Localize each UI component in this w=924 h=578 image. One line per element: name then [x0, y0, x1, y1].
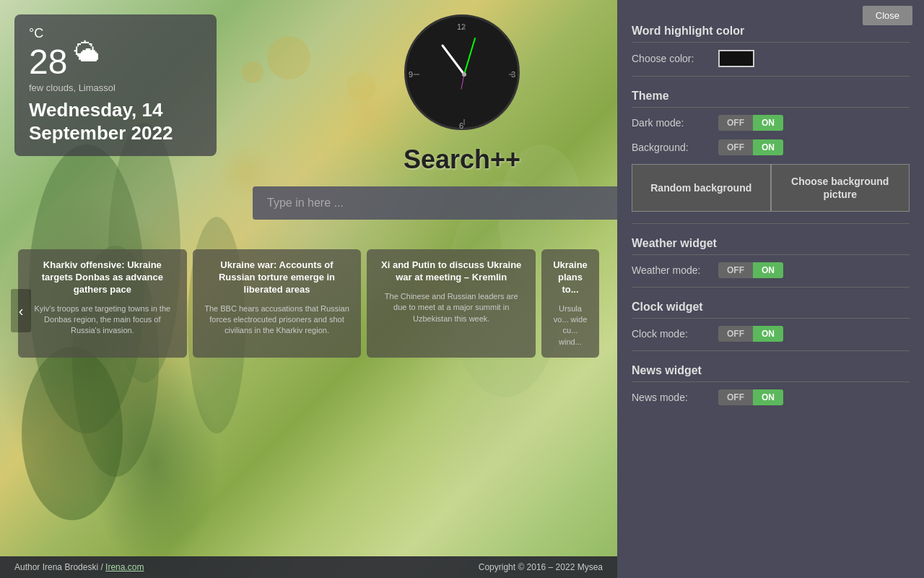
footer-author-link[interactable]: Irena.com [105, 562, 144, 572]
svg-line-22 [461, 74, 464, 89]
news-card-1-body: Kyiv's troops are targeting towns in the… [28, 303, 177, 337]
clock-on[interactable]: ON [753, 326, 783, 342]
color-swatch[interactable] [718, 50, 754, 67]
weather-description: few clouds, Limassol [29, 82, 202, 93]
dark-mode-toggle: OFF ON [718, 115, 783, 131]
weather-on[interactable]: ON [753, 262, 783, 278]
news-card-1: Kharkiv offensive: Ukraine targets Donba… [18, 249, 187, 358]
news-card-1-title: Kharkiv offensive: Ukraine targets Donba… [28, 259, 177, 296]
word-highlight-title: Word highlight color [632, 25, 910, 43]
svg-line-20 [443, 46, 464, 74]
random-background-button[interactable]: Random background [632, 164, 771, 212]
bg-on[interactable]: ON [753, 139, 783, 155]
footer: Author Irena Brodeski / Irena.com Copyri… [0, 556, 617, 578]
news-card-2-title: Ukraine war: Accounts of Russian torture… [203, 259, 352, 296]
svg-point-23 [462, 72, 466, 77]
clock-mode-toggle: OFF ON [718, 326, 783, 342]
weather-unit: °C [29, 26, 43, 40]
weather-temperature: 28 [29, 45, 67, 79]
weather-widget-title: Weather widget [632, 237, 910, 255]
divider-4 [632, 350, 910, 351]
news-prev-arrow[interactable]: ‹ [11, 289, 31, 332]
clock-widget: 12 3 6 9 [404, 14, 520, 130]
divider-1 [632, 76, 910, 77]
svg-text:6: 6 [459, 121, 463, 130]
news-card-4-title: Ukraine plans to... [552, 259, 589, 296]
background-toggle: OFF ON [718, 139, 783, 155]
clock-widget-title: Clock widget [632, 301, 910, 319]
weather-off[interactable]: OFF [718, 262, 753, 278]
news-card-2-body: The BBC hears accusations that Russian f… [203, 303, 352, 337]
choose-background-button[interactable]: Choose background picture [771, 164, 910, 212]
news-mode-toggle: OFF ON [718, 389, 783, 405]
weather-icon: 🌥 [74, 38, 100, 68]
background-label: Background: [632, 142, 718, 153]
bg-off[interactable]: OFF [718, 139, 753, 155]
news-card-4: Ukraine plans to... Ursula vo... wide cu… [541, 249, 599, 358]
dark-mode-label: Dark mode: [632, 117, 718, 129]
news-on[interactable]: ON [753, 389, 783, 405]
weather-mode-label: Weather mode: [632, 264, 718, 276]
svg-point-5 [267, 36, 310, 79]
weather-widget: °C 28 🌥 few clouds, Limassol Wednesday, … [14, 14, 217, 156]
svg-text:9: 9 [409, 70, 413, 79]
choose-color-label: Choose color: [632, 53, 718, 64]
svg-point-3 [22, 347, 123, 520]
search-input[interactable] [253, 186, 671, 220]
news-off[interactable]: OFF [718, 389, 753, 405]
svg-point-6 [346, 72, 375, 101]
news-area: Kharkiv offensive: Ukraine targets Donba… [11, 249, 606, 358]
svg-point-7 [242, 61, 263, 83]
dark-mode-off[interactable]: OFF [718, 115, 753, 131]
clock-mode-label: Clock mode: [632, 328, 718, 340]
clock-off[interactable]: OFF [718, 326, 753, 342]
news-card-3-body: The Chinese and Russian leaders are due … [377, 291, 526, 324]
settings-panel: Close Word highlight color Choose color:… [617, 0, 924, 578]
footer-author: Author Irena Brodeski / Irena.com [14, 562, 144, 572]
news-card-3-title: Xi and Putin to discuss Ukraine war at m… [377, 259, 526, 284]
weather-date: Wednesday, 14 September 2022 [29, 99, 202, 144]
search-area: Search++ [253, 144, 671, 220]
news-card-2: Ukraine war: Accounts of Russian torture… [193, 249, 362, 358]
divider-3 [632, 287, 910, 288]
dark-mode-on[interactable]: ON [753, 115, 783, 131]
weather-mode-toggle: OFF ON [718, 262, 783, 278]
background-buttons: Random background Choose background pict… [632, 164, 910, 212]
search-title: Search++ [253, 144, 671, 175]
news-mode-label: News mode: [632, 392, 718, 403]
clock-svg: 12 3 6 9 [406, 17, 522, 132]
svg-line-21 [464, 38, 475, 74]
close-button[interactable]: Close [863, 6, 912, 25]
theme-title: Theme [632, 90, 910, 108]
news-widget-title: News widget [632, 364, 910, 382]
news-card-4-body: Ursula vo... wide cu... wind... [552, 303, 589, 348]
news-card-3: Xi and Putin to discuss Ukraine war at m… [367, 249, 536, 358]
divider-2 [632, 223, 910, 224]
clock-face: 12 3 6 9 [404, 14, 520, 130]
footer-copyright: Copyright © 2016 – 2022 Mysea [479, 562, 603, 572]
